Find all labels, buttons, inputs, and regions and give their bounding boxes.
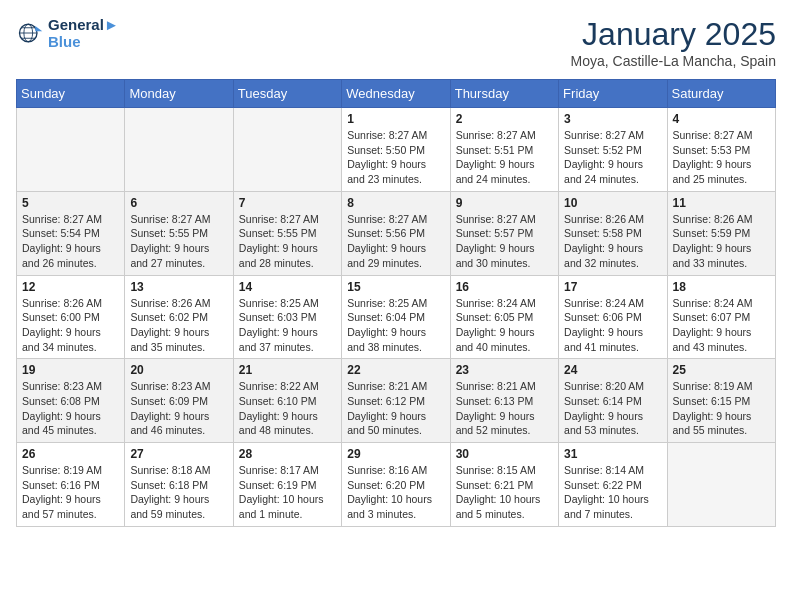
day-info: Sunrise: 8:27 AMSunset: 5:56 PMDaylight:… [347, 212, 444, 271]
logo-icon [16, 19, 44, 47]
day-info: Sunrise: 8:24 AMSunset: 6:06 PMDaylight:… [564, 296, 661, 355]
calendar-week-row: 1Sunrise: 8:27 AMSunset: 5:50 PMDaylight… [17, 108, 776, 192]
day-info: Sunrise: 8:27 AMSunset: 5:57 PMDaylight:… [456, 212, 553, 271]
day-number: 11 [673, 196, 770, 210]
calendar-cell: 28Sunrise: 8:17 AMSunset: 6:19 PMDayligh… [233, 443, 341, 527]
day-number: 9 [456, 196, 553, 210]
day-info: Sunrise: 8:21 AMSunset: 6:13 PMDaylight:… [456, 379, 553, 438]
calendar-week-row: 12Sunrise: 8:26 AMSunset: 6:00 PMDayligh… [17, 275, 776, 359]
calendar-cell: 26Sunrise: 8:19 AMSunset: 6:16 PMDayligh… [17, 443, 125, 527]
calendar-cell: 27Sunrise: 8:18 AMSunset: 6:18 PMDayligh… [125, 443, 233, 527]
calendar-cell: 16Sunrise: 8:24 AMSunset: 6:05 PMDayligh… [450, 275, 558, 359]
day-number: 24 [564, 363, 661, 377]
calendar-cell: 23Sunrise: 8:21 AMSunset: 6:13 PMDayligh… [450, 359, 558, 443]
day-number: 19 [22, 363, 119, 377]
calendar-cell: 31Sunrise: 8:14 AMSunset: 6:22 PMDayligh… [559, 443, 667, 527]
calendar-cell: 9Sunrise: 8:27 AMSunset: 5:57 PMDaylight… [450, 191, 558, 275]
month-title: January 2025 [571, 16, 776, 53]
day-number: 2 [456, 112, 553, 126]
day-info: Sunrise: 8:23 AMSunset: 6:08 PMDaylight:… [22, 379, 119, 438]
day-info: Sunrise: 8:26 AMSunset: 5:59 PMDaylight:… [673, 212, 770, 271]
day-number: 1 [347, 112, 444, 126]
day-number: 18 [673, 280, 770, 294]
day-number: 30 [456, 447, 553, 461]
title-block: January 2025 Moya, Castille-La Mancha, S… [571, 16, 776, 69]
calendar-cell: 24Sunrise: 8:20 AMSunset: 6:14 PMDayligh… [559, 359, 667, 443]
day-info: Sunrise: 8:27 AMSunset: 5:51 PMDaylight:… [456, 128, 553, 187]
calendar-cell: 17Sunrise: 8:24 AMSunset: 6:06 PMDayligh… [559, 275, 667, 359]
page-header: General► Blue January 2025 Moya, Castill… [16, 16, 776, 69]
calendar-cell: 19Sunrise: 8:23 AMSunset: 6:08 PMDayligh… [17, 359, 125, 443]
day-number: 6 [130, 196, 227, 210]
calendar-cell: 30Sunrise: 8:15 AMSunset: 6:21 PMDayligh… [450, 443, 558, 527]
day-number: 21 [239, 363, 336, 377]
calendar-cell: 5Sunrise: 8:27 AMSunset: 5:54 PMDaylight… [17, 191, 125, 275]
day-number: 31 [564, 447, 661, 461]
day-number: 28 [239, 447, 336, 461]
calendar-cell [233, 108, 341, 192]
day-info: Sunrise: 8:15 AMSunset: 6:21 PMDaylight:… [456, 463, 553, 522]
day-number: 4 [673, 112, 770, 126]
day-number: 27 [130, 447, 227, 461]
calendar-col-header: Tuesday [233, 80, 341, 108]
logo-text: General► Blue [48, 16, 119, 50]
day-info: Sunrise: 8:27 AMSunset: 5:54 PMDaylight:… [22, 212, 119, 271]
day-info: Sunrise: 8:16 AMSunset: 6:20 PMDaylight:… [347, 463, 444, 522]
day-number: 16 [456, 280, 553, 294]
day-info: Sunrise: 8:19 AMSunset: 6:16 PMDaylight:… [22, 463, 119, 522]
day-number: 23 [456, 363, 553, 377]
day-info: Sunrise: 8:25 AMSunset: 6:04 PMDaylight:… [347, 296, 444, 355]
calendar-col-header: Friday [559, 80, 667, 108]
calendar-cell: 14Sunrise: 8:25 AMSunset: 6:03 PMDayligh… [233, 275, 341, 359]
day-info: Sunrise: 8:25 AMSunset: 6:03 PMDaylight:… [239, 296, 336, 355]
calendar-cell: 21Sunrise: 8:22 AMSunset: 6:10 PMDayligh… [233, 359, 341, 443]
day-number: 25 [673, 363, 770, 377]
calendar-cell: 15Sunrise: 8:25 AMSunset: 6:04 PMDayligh… [342, 275, 450, 359]
calendar-week-row: 19Sunrise: 8:23 AMSunset: 6:08 PMDayligh… [17, 359, 776, 443]
calendar-cell: 10Sunrise: 8:26 AMSunset: 5:58 PMDayligh… [559, 191, 667, 275]
location: Moya, Castille-La Mancha, Spain [571, 53, 776, 69]
logo: General► Blue [16, 16, 119, 50]
day-number: 17 [564, 280, 661, 294]
day-number: 22 [347, 363, 444, 377]
day-info: Sunrise: 8:18 AMSunset: 6:18 PMDaylight:… [130, 463, 227, 522]
day-info: Sunrise: 8:26 AMSunset: 5:58 PMDaylight:… [564, 212, 661, 271]
day-number: 10 [564, 196, 661, 210]
day-number: 12 [22, 280, 119, 294]
day-info: Sunrise: 8:26 AMSunset: 6:02 PMDaylight:… [130, 296, 227, 355]
calendar-cell [667, 443, 775, 527]
calendar-col-header: Wednesday [342, 80, 450, 108]
day-info: Sunrise: 8:27 AMSunset: 5:53 PMDaylight:… [673, 128, 770, 187]
day-number: 8 [347, 196, 444, 210]
calendar-cell: 13Sunrise: 8:26 AMSunset: 6:02 PMDayligh… [125, 275, 233, 359]
day-info: Sunrise: 8:22 AMSunset: 6:10 PMDaylight:… [239, 379, 336, 438]
day-info: Sunrise: 8:27 AMSunset: 5:52 PMDaylight:… [564, 128, 661, 187]
day-info: Sunrise: 8:27 AMSunset: 5:55 PMDaylight:… [130, 212, 227, 271]
day-info: Sunrise: 8:23 AMSunset: 6:09 PMDaylight:… [130, 379, 227, 438]
calendar-week-row: 26Sunrise: 8:19 AMSunset: 6:16 PMDayligh… [17, 443, 776, 527]
calendar-col-header: Sunday [17, 80, 125, 108]
calendar-header-row: SundayMondayTuesdayWednesdayThursdayFrid… [17, 80, 776, 108]
calendar-cell: 12Sunrise: 8:26 AMSunset: 6:00 PMDayligh… [17, 275, 125, 359]
day-info: Sunrise: 8:24 AMSunset: 6:07 PMDaylight:… [673, 296, 770, 355]
calendar-cell: 4Sunrise: 8:27 AMSunset: 5:53 PMDaylight… [667, 108, 775, 192]
calendar-col-header: Monday [125, 80, 233, 108]
calendar: SundayMondayTuesdayWednesdayThursdayFrid… [16, 79, 776, 527]
calendar-cell: 11Sunrise: 8:26 AMSunset: 5:59 PMDayligh… [667, 191, 775, 275]
day-number: 13 [130, 280, 227, 294]
day-info: Sunrise: 8:27 AMSunset: 5:55 PMDaylight:… [239, 212, 336, 271]
calendar-col-header: Saturday [667, 80, 775, 108]
day-info: Sunrise: 8:20 AMSunset: 6:14 PMDaylight:… [564, 379, 661, 438]
day-info: Sunrise: 8:14 AMSunset: 6:22 PMDaylight:… [564, 463, 661, 522]
calendar-cell [125, 108, 233, 192]
day-info: Sunrise: 8:26 AMSunset: 6:00 PMDaylight:… [22, 296, 119, 355]
calendar-cell: 29Sunrise: 8:16 AMSunset: 6:20 PMDayligh… [342, 443, 450, 527]
calendar-cell: 3Sunrise: 8:27 AMSunset: 5:52 PMDaylight… [559, 108, 667, 192]
day-info: Sunrise: 8:17 AMSunset: 6:19 PMDaylight:… [239, 463, 336, 522]
day-number: 20 [130, 363, 227, 377]
day-info: Sunrise: 8:19 AMSunset: 6:15 PMDaylight:… [673, 379, 770, 438]
calendar-cell: 20Sunrise: 8:23 AMSunset: 6:09 PMDayligh… [125, 359, 233, 443]
day-number: 7 [239, 196, 336, 210]
calendar-cell: 18Sunrise: 8:24 AMSunset: 6:07 PMDayligh… [667, 275, 775, 359]
calendar-cell: 2Sunrise: 8:27 AMSunset: 5:51 PMDaylight… [450, 108, 558, 192]
